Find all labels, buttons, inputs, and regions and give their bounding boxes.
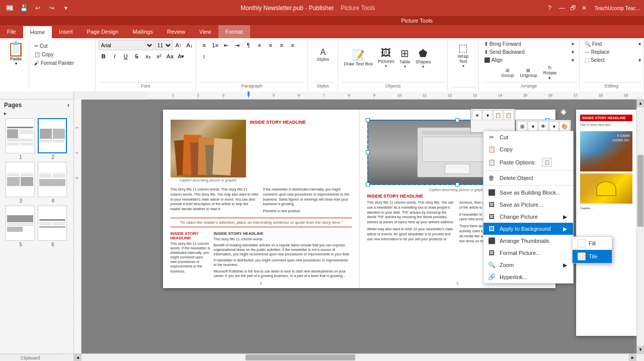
- subscript-button[interactable]: x₂: [143, 51, 153, 61]
- sub-tile[interactable]: Tile: [573, 250, 612, 263]
- scroll-down-button[interactable]: ▼: [637, 346, 644, 353]
- justify-button[interactable]: ≡: [288, 40, 298, 50]
- ctx-paste-options[interactable]: 📋 Paste Options: 📋: [484, 155, 573, 169]
- show-formatting-button[interactable]: ¶: [244, 40, 254, 50]
- increase-font-button[interactable]: A↑: [174, 40, 184, 50]
- left-page-image[interactable]: Caption describing picture or graphic: [171, 120, 246, 185]
- ft-dropdown3[interactable]: ▾: [549, 121, 559, 131]
- ctx-arrange-thumbnails[interactable]: ⬛ Arrange Thumbnails: [484, 235, 573, 247]
- align-button[interactable]: ⬛Align▾: [482, 56, 576, 64]
- page-thumb-2[interactable]: 2: [38, 118, 68, 160]
- underline-button[interactable]: U: [121, 51, 131, 61]
- styles-button[interactable]: A Styles: [314, 40, 332, 69]
- minimize-button[interactable]: —: [557, 4, 567, 13]
- ctx-apply-background[interactable]: 🖼 Apply to Background ▶: [484, 223, 573, 235]
- ft-dropdown2[interactable]: ▾: [528, 121, 538, 131]
- font-family-select[interactable]: Arial: [99, 40, 154, 50]
- ft-eye-button[interactable]: 👁: [538, 121, 548, 131]
- scroll-right-button[interactable]: ►: [629, 354, 636, 362]
- ctx-change-picture[interactable]: 🖼 Change Picture ▶: [484, 211, 573, 223]
- increase-indent-button[interactable]: ⇥: [232, 40, 243, 50]
- align-left-button[interactable]: ≡: [255, 40, 265, 50]
- ctx-hyperlink[interactable]: 🔗 Hyperlink...: [484, 271, 573, 283]
- format-painter-button[interactable]: 🖌Format Painter: [32, 59, 93, 67]
- ft-copy-button[interactable]: 📋: [493, 110, 503, 120]
- page-thumb-5[interactable]: 5: [6, 206, 36, 247]
- group-button[interactable]: ⊞Group: [499, 64, 516, 82]
- strikethrough-button[interactable]: S̶: [132, 51, 142, 61]
- page-thumb-img-5[interactable]: [6, 206, 35, 241]
- sub-fill[interactable]: Fill: [573, 237, 612, 250]
- horizontal-scrollbar[interactable]: ◄ ►: [74, 353, 636, 361]
- bring-forward-button[interactable]: ⬆Bring Forward▾: [482, 40, 576, 48]
- rotate-button[interactable]: ↻Rotate▾: [541, 64, 559, 82]
- page-thumb-4[interactable]: 4: [38, 162, 68, 204]
- page-thumb-img-6[interactable]: [38, 206, 67, 241]
- ft-grid-button[interactable]: ⊞: [517, 121, 527, 131]
- select-button[interactable]: ⬚Select▾: [583, 56, 643, 64]
- page-thumb-img-3[interactable]: [6, 162, 35, 197]
- tab-file[interactable]: File: [0, 25, 23, 38]
- superscript-button[interactable]: x²: [154, 51, 164, 61]
- tab-review[interactable]: Review: [160, 25, 192, 38]
- page-thumb-img-4[interactable]: [38, 162, 67, 197]
- tab-view[interactable]: View: [192, 25, 218, 38]
- font-color-button[interactable]: A▾: [176, 51, 186, 61]
- ft-paint-button[interactable]: 🎨: [559, 121, 570, 131]
- vertical-scrollbar[interactable]: ▲ ▼: [636, 100, 644, 353]
- copy-button[interactable]: 📋Copy: [32, 51, 93, 58]
- italic-button[interactable]: I: [110, 51, 120, 61]
- draw-text-box-button[interactable]: 📝 Draw Text Box: [341, 43, 375, 72]
- page-thumb-img-2[interactable]: [38, 118, 67, 153]
- tab-page-design[interactable]: Page Design: [80, 25, 126, 38]
- redo-button[interactable]: ↪: [46, 3, 57, 14]
- replace-button[interactable]: ↔Replace: [583, 48, 643, 56]
- ungroup-button[interactable]: ⊠Ungroup: [517, 64, 540, 82]
- ft-dropdown1[interactable]: ▾: [482, 110, 493, 120]
- line-spacing-button[interactable]: ↕: [199, 51, 209, 61]
- paste-icon-box[interactable]: 📋: [542, 158, 552, 167]
- page-thumb-3[interactable]: 3: [6, 162, 36, 204]
- align-center-button[interactable]: ≡: [266, 40, 276, 50]
- help-button[interactable]: ?: [544, 3, 555, 14]
- save-button[interactable]: 💾: [18, 3, 29, 14]
- tab-insert[interactable]: Insert: [52, 25, 80, 38]
- decrease-font-button[interactable]: A↓: [185, 40, 195, 50]
- numbering-button[interactable]: 1≡: [210, 40, 220, 50]
- close-button[interactable]: ✕: [580, 4, 589, 13]
- page-thumb-1[interactable]: 1: [6, 118, 36, 160]
- bold-button[interactable]: B: [99, 51, 109, 61]
- wrap-text-button[interactable]: ⬚ Wrap Text ▾: [451, 40, 475, 70]
- collapse-pages-button[interactable]: ‹: [67, 102, 69, 109]
- paste-button[interactable]: 📋 Paste ▾: [3, 40, 29, 89]
- ctx-save-building-block[interactable]: ⬛ Save as Building Block...: [484, 187, 573, 199]
- align-right-button[interactable]: ≡: [277, 40, 287, 50]
- ctx-copy[interactable]: 📋 Copy: [484, 143, 573, 155]
- pictures-button[interactable]: 🖼 Pictures ▾: [375, 43, 397, 72]
- ctx-zoom[interactable]: 🔍 Zoom ▶: [484, 259, 573, 271]
- send-backward-button[interactable]: ⬇Send Backward▾: [482, 48, 576, 56]
- ft-paste-button[interactable]: 📋: [504, 110, 514, 120]
- scroll-up-button[interactable]: ▲: [637, 100, 644, 107]
- scroll-left-button[interactable]: ◄: [74, 354, 82, 362]
- scroll-thumb[interactable]: [637, 155, 643, 227]
- ctx-format-picture[interactable]: 🖼 Format Picture...: [484, 247, 573, 259]
- page-thumb-img-1[interactable]: [6, 118, 35, 153]
- ctx-delete-object[interactable]: 🗑 Delete Object: [484, 172, 573, 184]
- restore-button[interactable]: 🗗: [569, 4, 578, 13]
- bullets-button[interactable]: ≡: [199, 40, 209, 50]
- font-size-select[interactable]: 11: [155, 40, 173, 50]
- h-scroll-thumb[interactable]: [246, 354, 355, 360]
- shapes-button[interactable]: ⬟ Shapes ▾: [413, 43, 434, 72]
- page-thumb-6[interactable]: 6: [38, 206, 68, 247]
- find-button[interactable]: 🔍Find▾: [583, 40, 643, 48]
- decrease-indent-button[interactable]: ⇤: [221, 40, 231, 50]
- table-button[interactable]: ⊞ Table ▾: [397, 43, 413, 72]
- ft-sun-button[interactable]: ☀: [472, 110, 482, 120]
- customize-qat-button[interactable]: ▾: [60, 3, 71, 14]
- tab-format[interactable]: Format: [218, 25, 250, 38]
- undo-button[interactable]: ↩: [32, 3, 43, 14]
- change-case-button[interactable]: Aa: [165, 51, 175, 61]
- ctx-cut[interactable]: ✂ Cut: [484, 131, 573, 143]
- tab-mailings[interactable]: Mailings: [126, 25, 160, 38]
